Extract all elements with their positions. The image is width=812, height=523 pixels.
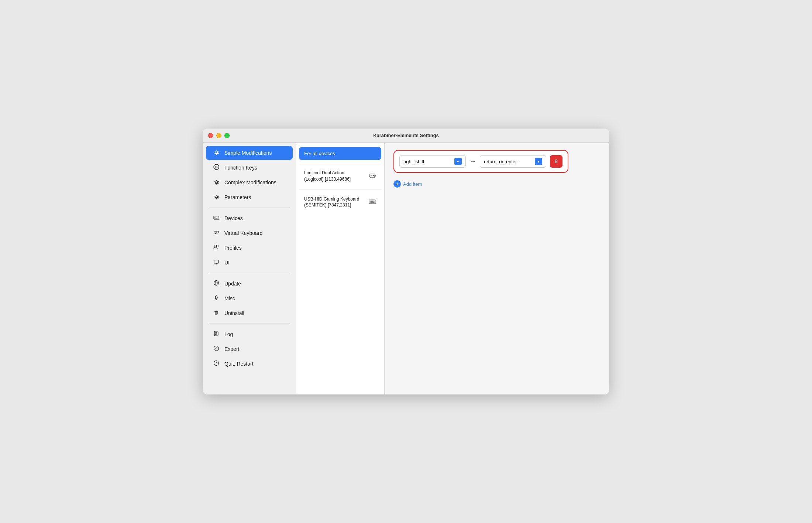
svg-rect-40 [374, 201, 374, 201]
to-key-chevron-icon: ▾ [535, 158, 542, 165]
sidebar-item-expert[interactable]: Expert [206, 342, 293, 356]
traffic-lights [208, 133, 230, 138]
sidebar-item-devices[interactable]: Devices [206, 211, 293, 225]
misc-icon [213, 295, 220, 302]
gear-icon [213, 149, 220, 157]
sidebar-item-function-keys[interactable]: fn Function Keys [206, 161, 293, 175]
divider-1 [209, 208, 290, 208]
update-icon [213, 280, 220, 287]
expert-icon [213, 345, 220, 353]
svg-rect-38 [371, 201, 372, 201]
device-usb-hid[interactable]: USB-HID Gaming Keyboard(SEMITEK) [7847,2… [299, 192, 381, 212]
svg-point-34 [374, 175, 374, 176]
from-key-chevron-icon: ▾ [454, 158, 462, 165]
maximize-button[interactable] [224, 133, 230, 138]
svg-rect-7 [214, 218, 215, 219]
svg-rect-4 [216, 217, 216, 218]
log-icon [213, 331, 220, 338]
sidebar-label-expert: Expert [224, 346, 239, 352]
sidebar-item-ui[interactable]: UI [206, 256, 293, 270]
svg-point-10 [215, 245, 217, 247]
svg-rect-37 [370, 201, 371, 201]
svg-rect-41 [375, 201, 375, 201]
gamepad-icon [369, 172, 376, 180]
profiles-icon [213, 244, 220, 252]
svg-rect-9 [218, 218, 219, 219]
app-window: Karabiner-Elements Settings Simple Modif… [203, 129, 609, 394]
sidebar-label-virtual-keyboard: Virtual Keyboard [224, 230, 262, 236]
svg-rect-8 [216, 218, 217, 219]
device-divider-2 [299, 189, 381, 189]
sidebar-label-parameters: Parameters [224, 194, 251, 200]
from-key-select[interactable]: right_shift ▾ [399, 155, 466, 168]
svg-text:fn: fn [215, 165, 218, 169]
delete-mapping-button[interactable] [550, 155, 562, 168]
sidebar-item-simple-modifications[interactable]: Simple Modifications [206, 146, 293, 160]
main-panel: right_shift ▾ → return_or_enter ▾ [385, 143, 609, 394]
logicool-label: Logicool Dual Action(Logicool) [1133,496… [304, 170, 351, 182]
sidebar-item-update[interactable]: Update [206, 277, 293, 291]
for-all-devices-button[interactable]: For all devices [299, 147, 381, 160]
svg-point-35 [374, 176, 375, 177]
trash-icon [213, 310, 220, 317]
svg-point-27 [214, 346, 219, 351]
sidebar-item-log[interactable]: Log [206, 327, 293, 341]
parameters-icon [213, 194, 220, 201]
sidebar-label-update: Update [224, 281, 241, 287]
keyboard-device-icon [369, 199, 376, 206]
sidebar-label-ui: UI [224, 260, 230, 266]
sidebar-label-uninstall: Uninstall [224, 310, 244, 316]
divider-3 [209, 324, 290, 324]
sidebar-item-uninstall[interactable]: Uninstall [206, 306, 293, 320]
sidebar-item-complex-modifications[interactable]: Complex Modifications [206, 175, 293, 189]
close-button[interactable] [208, 133, 213, 138]
sidebar-label-misc: Misc [224, 295, 235, 301]
usb-hid-label: USB-HID Gaming Keyboard(SEMITEK) [7847,2… [304, 196, 359, 209]
function-keys-icon: fn [213, 164, 220, 171]
device-divider-1 [299, 163, 381, 163]
svg-rect-6 [218, 217, 218, 218]
svg-rect-19 [215, 311, 217, 314]
svg-rect-43 [371, 202, 374, 202]
sidebar-label-quit-restart: Quit, Restart [224, 361, 254, 367]
to-key-value: return_or_enter [484, 159, 517, 164]
svg-rect-2 [214, 216, 219, 219]
svg-rect-3 [214, 217, 215, 218]
keyboard-icon [213, 215, 220, 222]
sidebar: Simple Modifications fn Function Keys [203, 143, 296, 394]
sidebar-item-quit-restart[interactable]: Quit, Restart [206, 357, 293, 371]
arrow-icon: → [469, 158, 476, 165]
to-key-select[interactable]: return_or_enter ▾ [480, 155, 546, 168]
svg-rect-12 [214, 260, 219, 263]
minimize-button[interactable] [216, 133, 221, 138]
sidebar-label-log: Log [224, 331, 233, 337]
sidebar-item-virtual-keyboard[interactable]: Virtual Keyboard [206, 226, 293, 240]
svg-rect-45 [555, 160, 557, 163]
svg-point-11 [217, 245, 219, 247]
content-area: Simple Modifications fn Function Keys [203, 143, 609, 394]
svg-point-18 [216, 297, 217, 298]
sidebar-label-profiles: Profiles [224, 245, 242, 251]
from-key-value: right_shift [403, 159, 424, 164]
svg-rect-44 [375, 202, 375, 202]
for-all-devices-label: For all devices [304, 151, 335, 156]
titlebar: Karabiner-Elements Settings [203, 129, 609, 143]
plus-circle-icon: + [393, 180, 401, 188]
sidebar-label-function-keys: Function Keys [224, 165, 257, 171]
add-item-button[interactable]: + Add item [393, 179, 422, 189]
sidebar-item-parameters[interactable]: Parameters [206, 190, 293, 204]
sidebar-label-devices: Devices [224, 215, 243, 221]
virtual-keyboard-icon [213, 229, 220, 237]
add-item-label: Add item [403, 181, 422, 187]
sidebar-item-misc[interactable]: Misc [206, 291, 293, 305]
quit-restart-icon [213, 360, 220, 368]
svg-rect-5 [217, 217, 217, 218]
complex-mod-icon [213, 179, 220, 186]
sidebar-item-profiles[interactable]: Profiles [206, 241, 293, 255]
devices-list: For all devices Logicool Dual Action(Log… [296, 143, 385, 394]
device-logicool[interactable]: Logicool Dual Action(Logicool) [1133,496… [299, 166, 381, 186]
svg-rect-42 [370, 202, 371, 202]
window-title: Karabiner-Elements Settings [373, 133, 439, 138]
divider-2 [209, 273, 290, 273]
sidebar-label-complex-modifications: Complex Modifications [224, 180, 276, 185]
